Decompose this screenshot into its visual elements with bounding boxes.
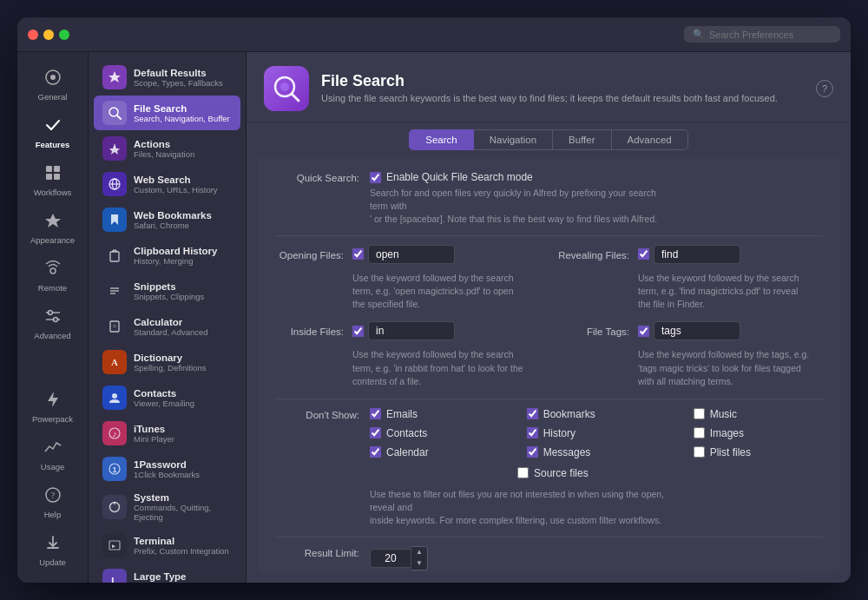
search-preferences-input[interactable] xyxy=(709,30,832,40)
general-icon xyxy=(43,68,62,89)
calculator-icon: = xyxy=(102,314,127,339)
music-checkbox[interactable] xyxy=(694,408,705,419)
titlebar-search-box[interactable]: 🔍 xyxy=(684,26,840,43)
opening-files-label: Opening Files: xyxy=(274,248,352,260)
nav-text-default-results: Default Results Scope, Types, Fallbacks xyxy=(134,68,223,88)
contacts-checkbox[interactable] xyxy=(370,427,381,438)
inside-files-checkbox[interactable] xyxy=(352,326,364,337)
tab-search[interactable]: Search xyxy=(409,129,473,150)
opening-files-help: Use the keyword followed by the searchte… xyxy=(352,272,542,312)
dont-show-contacts: Contacts xyxy=(370,427,501,439)
nav-item-clipboard[interactable]: Clipboard History History, Merging xyxy=(94,238,240,273)
revealing-files-checkbox[interactable] xyxy=(638,248,649,260)
workflows-label: Workflows xyxy=(34,188,72,197)
nav-item-itunes[interactable]: ♪ iTunes Mini Player xyxy=(94,416,240,451)
svg-marker-14 xyxy=(108,71,121,82)
nav-item-terminal[interactable]: ▶ Terminal Prefix, Custom Integration xyxy=(94,528,240,563)
sidebar-item-powerpack[interactable]: Powerpack xyxy=(21,383,85,431)
dont-show-calendar: Calendar xyxy=(370,446,501,458)
dont-show-plist: Plist files xyxy=(694,446,823,458)
system-icon xyxy=(102,495,127,519)
nav-text-web-bookmarks: Web Bookmarks Safari, Chrome xyxy=(134,210,212,230)
quick-search-help: Search for and open files very quickly i… xyxy=(370,187,665,227)
calendar-checkbox[interactable] xyxy=(370,446,381,458)
default-results-icon xyxy=(102,65,127,89)
source-checkbox[interactable] xyxy=(517,467,529,478)
feature-description: Using the file search keywords is the be… xyxy=(321,92,804,105)
quick-search-checkbox-row: Enable Quick File Search mode xyxy=(370,171,823,183)
sidebar-item-update[interactable]: Update xyxy=(21,526,85,574)
nav-item-dictionary[interactable]: A Dictionary Spelling, Definitions xyxy=(94,345,240,379)
dont-show-row: Don't Show: Emails Bookmarks xyxy=(274,408,823,528)
tab-advanced[interactable]: Advanced xyxy=(612,129,688,150)
maximize-button[interactable] xyxy=(59,30,69,40)
nav-text-calculator: Calculator Standard, Advanced xyxy=(134,317,208,337)
svg-marker-17 xyxy=(109,143,120,155)
nav-item-large-type[interactable]: L Large Type Display, Font xyxy=(94,564,240,583)
dont-show-images: Images xyxy=(694,427,823,439)
sidebar-item-features[interactable]: Features xyxy=(21,109,85,156)
nav-item-file-search[interactable]: File Search Search, Navigation, Buffer xyxy=(94,96,240,130)
feature-title: File Search xyxy=(321,72,804,90)
opening-files-input[interactable] xyxy=(368,245,455,264)
nav-item-web-bookmarks[interactable]: Web Bookmarks Safari, Chrome xyxy=(94,202,240,237)
sidebar-item-workflows[interactable]: Workflows xyxy=(21,156,85,204)
tab-navigation[interactable]: Navigation xyxy=(474,129,553,150)
help-icon: ? xyxy=(43,485,62,507)
search-tab-panel: Quick Search: Enable Quick File Search m… xyxy=(257,157,840,572)
large-type-icon: L xyxy=(102,569,127,583)
file-tags-input[interactable] xyxy=(654,321,740,340)
quick-search-checkbox[interactable] xyxy=(370,172,381,183)
svg-text:L: L xyxy=(111,575,118,583)
messages-checkbox[interactable] xyxy=(527,446,538,458)
inside-files-help: Use the keyword followed by the searchte… xyxy=(352,348,542,388)
clipboard-icon xyxy=(102,243,127,267)
sidebar-item-general[interactable]: General xyxy=(21,61,85,109)
sidebar-item-help[interactable]: ? Help xyxy=(21,478,85,526)
result-limit-input[interactable] xyxy=(370,549,411,568)
usage-label: Usage xyxy=(41,462,64,471)
sidebar-item-remote[interactable]: Remote xyxy=(21,252,85,300)
nav-item-system[interactable]: System Commands, Quitting, Ejecting xyxy=(94,487,240,527)
opening-files-checkbox[interactable] xyxy=(352,248,364,260)
revealing-files-input[interactable] xyxy=(654,245,740,264)
stepper-up[interactable]: ▲ xyxy=(411,547,427,558)
sidebar-item-usage[interactable]: Usage xyxy=(21,431,85,478)
nav-item-contacts[interactable]: Contacts Viewer, Emailing xyxy=(94,380,240,415)
result-limit-label: Result Limit: xyxy=(274,546,370,558)
nav-item-calculator[interactable]: = Calculator Standard, Advanced xyxy=(94,309,240,344)
svg-text:A: A xyxy=(111,357,118,367)
inside-files-input[interactable] xyxy=(368,321,455,340)
svg-point-41 xyxy=(280,82,289,91)
minimize-button[interactable] xyxy=(43,30,54,40)
divider-3 xyxy=(274,537,823,537)
emails-checkbox[interactable] xyxy=(370,408,381,419)
feature-icon-container xyxy=(264,66,309,111)
nav-text-dictionary: Dictionary Spelling, Definitions xyxy=(134,353,206,373)
file-tags-checkbox[interactable] xyxy=(638,326,649,337)
main-window: 🔍 General Features Workf xyxy=(17,17,851,583)
bookmarks-checkbox[interactable] xyxy=(527,408,538,419)
content-header: File Search Using the file search keywor… xyxy=(247,52,851,122)
help-button[interactable]: ? xyxy=(816,80,833,97)
tab-buffer[interactable]: Buffer xyxy=(553,129,611,150)
stepper-down[interactable]: ▼ xyxy=(411,558,427,570)
nav-item-1password[interactable]: 1 1Password 1Click Bookmarks xyxy=(94,452,240,486)
history-label: History xyxy=(543,427,575,439)
nav-item-actions[interactable]: Actions Files, Navigation xyxy=(94,131,240,166)
nav-item-snippets[interactable]: Snippets Snippets, Clippings xyxy=(94,274,240,308)
icon-sidebar: General Features Workflows Appearance xyxy=(17,52,89,583)
dont-show-emails: Emails xyxy=(370,408,501,420)
close-button[interactable] xyxy=(28,30,38,40)
plist-checkbox[interactable] xyxy=(694,446,705,458)
images-checkbox[interactable] xyxy=(694,427,705,438)
nav-item-default-results[interactable]: Default Results Scope, Types, Fallbacks xyxy=(94,60,240,95)
sidebar-item-advanced[interactable]: Advanced xyxy=(21,300,85,347)
help-label: Help xyxy=(44,510,62,519)
history-checkbox[interactable] xyxy=(527,427,538,438)
images-label: Images xyxy=(710,427,744,439)
nav-item-web-search[interactable]: Web Search Custom, URLs, History xyxy=(94,167,240,201)
opening-files-col: Opening Files: Use the keyword followed … xyxy=(274,245,542,312)
sidebar-item-appearance[interactable]: Appearance xyxy=(21,204,85,252)
nav-text-snippets: Snippets Snippets, Clippings xyxy=(134,281,204,301)
